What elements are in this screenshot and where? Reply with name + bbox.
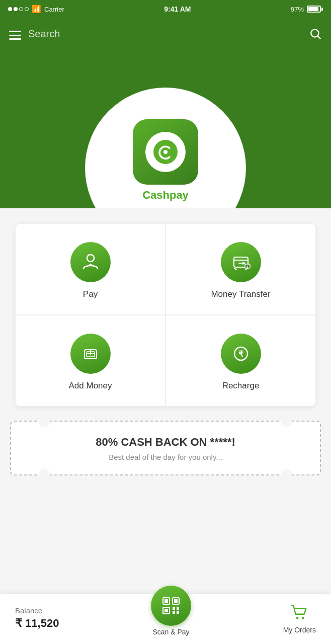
pay-label: Pay [83,289,98,299]
svg-rect-19 [174,599,178,603]
search-input[interactable] [28,28,302,40]
grid-row-2: Add Money ₹ Recharge [15,315,316,407]
shopping-cart-icon [290,603,309,622]
svg-rect-24 [173,611,175,614]
money-transfer-label: Money Transfer [211,289,270,299]
cart-icon [290,603,309,624]
balance-section: Balance ₹ 11,520 [15,606,59,630]
pay-icon-circle [70,242,111,282]
pay-icon [80,252,101,272]
cashpay-logo-icon [152,139,179,165]
services-grid: Pay $ Money Transfer [15,223,316,407]
hamburger-line-3 [9,38,21,40]
hamburger-line-1 [9,31,21,32]
search-input-wrapper [28,28,302,42]
svg-point-3 [163,150,168,154]
add-money-icon [80,344,101,364]
svg-text:₹: ₹ [238,350,244,358]
promo-corner-br [281,469,292,480]
pay-button[interactable]: Pay [15,223,166,315]
battery-percent: 97% [291,6,304,13]
promo-banner[interactable]: 80% CASH BACK ON *****! Best deal of the… [10,421,321,475]
signal-dots [8,7,29,11]
svg-rect-17 [164,599,168,603]
battery-icon [307,6,323,13]
grid-row-1: Pay $ Money Transfer [15,223,316,315]
signal-dot-2 [14,7,18,11]
app-logo-box [133,119,198,185]
app-name-label: Cashpay [142,189,189,202]
balance-label: Balance [15,606,59,615]
svg-rect-22 [173,607,175,610]
recharge-label: Recharge [222,381,260,391]
promo-corner-tr [281,416,292,427]
svg-point-27 [302,617,305,619]
status-right: 97% [291,6,323,13]
status-bar: 📶 Carrier 9:41 AM 97% [0,0,331,18]
signal-dot-3 [19,7,23,11]
wifi-icon: 📶 [32,5,41,14]
money-transfer-icon: $ [231,252,251,272]
recharge-icon-circle: ₹ [221,334,261,374]
recharge-button[interactable]: ₹ Recharge [166,315,316,407]
promo-corner-bl [39,469,50,480]
status-left: 📶 Carrier [8,5,64,14]
add-money-label: Add Money [69,381,112,391]
my-orders-label: My Orders [283,626,316,634]
bottom-bar: Balance ₹ 11,520 Scan & Pay [0,594,331,644]
qr-code-icon [160,595,182,617]
my-orders-button[interactable]: My Orders [283,603,316,634]
hamburger-menu-button[interactable] [9,31,21,40]
money-transfer-button[interactable]: $ Money Transfer [166,223,316,315]
search-bar [0,18,331,52]
hero-section: Cashpay [0,52,331,208]
time-label: 9:41 AM [164,5,191,13]
promo-corner-tl [39,416,50,427]
hamburger-line-2 [9,35,21,36]
svg-rect-25 [177,611,179,614]
add-money-icon-circle [70,334,111,374]
recharge-icon: ₹ [231,344,251,364]
balance-amount: ₹ 11,520 [15,617,59,630]
signal-dot-4 [25,7,29,11]
money-transfer-icon-circle: $ [221,242,261,282]
scan-pay-label: Scan & Pay [152,628,189,636]
scan-circle [151,586,191,626]
promo-subtitle: Best deal of the day for you only... [21,453,310,461]
svg-point-4 [87,255,94,262]
carrier-label: Carrier [44,6,64,13]
search-button[interactable] [309,27,322,43]
hero-circle: Cashpay [85,88,246,208]
svg-rect-21 [164,609,168,612]
svg-line-1 [318,36,320,39]
svg-point-26 [296,617,299,619]
search-icon [309,27,322,40]
promo-title: 80% CASH BACK ON *****! [21,436,310,449]
svg-rect-23 [177,607,179,610]
scan-pay-button[interactable]: Scan & Pay [151,601,191,636]
signal-dot-1 [8,7,12,11]
app-logo-inner [145,132,186,172]
add-money-button[interactable]: Add Money [15,315,166,407]
